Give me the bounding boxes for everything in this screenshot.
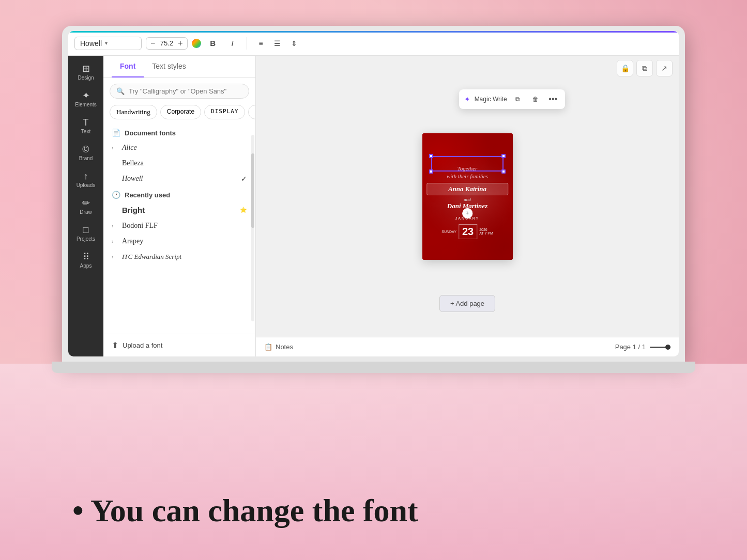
sidebar-label-uploads: Uploads bbox=[77, 182, 96, 188]
zoom-control bbox=[650, 347, 670, 348]
search-icon: 🔍 bbox=[116, 87, 125, 95]
font-item-bright[interactable]: Bright ⭐ bbox=[103, 202, 255, 218]
font-size-control: − 75.2 + bbox=[146, 37, 188, 50]
align-list-button[interactable]: ☰ bbox=[270, 36, 285, 51]
notes-label: Notes bbox=[276, 343, 293, 351]
chip-display[interactable]: DISPLAY bbox=[204, 105, 245, 119]
share-button[interactable]: ↗ bbox=[656, 60, 673, 76]
laptop-body: Howell ▾ − 75.2 + B I bbox=[62, 26, 685, 362]
upload-font-button[interactable]: ⬆ Upload a font bbox=[103, 334, 255, 356]
handle-top-right[interactable] bbox=[501, 154, 506, 158]
font-item-belleza[interactable]: Belleza bbox=[103, 155, 255, 171]
tab-text-styles[interactable]: Text styles bbox=[144, 56, 194, 77]
clock-icon: 🕐 bbox=[112, 191, 120, 199]
font-name-arapey: Arapey bbox=[122, 237, 247, 245]
card-and: and bbox=[426, 197, 508, 202]
add-page-button[interactable]: + Add page bbox=[439, 295, 495, 312]
top-toolbar: Howell ▾ − 75.2 + B I bbox=[68, 31, 679, 56]
card-day: SUNDAY bbox=[441, 230, 456, 234]
font-filter-chips: Handwriting Corporate DISPLAY › bbox=[103, 105, 255, 125]
canvas-main: ✦ Magic Write ⧉ 🗑 ••• bbox=[256, 56, 679, 337]
app-ui: Howell ▾ − 75.2 + B I bbox=[68, 31, 679, 356]
card-bride-name-box: Anna Katrina bbox=[426, 183, 508, 195]
font-name-bright: Bright bbox=[122, 206, 236, 214]
page-indicator: Page 1 / 1 bbox=[615, 343, 646, 351]
copy-menu-button[interactable]: ⧉ bbox=[511, 92, 525, 106]
elements-icon: ✦ bbox=[82, 91, 90, 100]
copy-button[interactable]: ⧉ bbox=[636, 60, 653, 76]
align-spacing-button[interactable]: ⇕ bbox=[286, 36, 302, 51]
card-time: AT 7 PM bbox=[479, 231, 493, 235]
font-size-increase-button[interactable]: + bbox=[177, 39, 184, 48]
font-item-itc[interactable]: › ITC Edwardian Script bbox=[103, 249, 255, 265]
sidebar-label-design: Design bbox=[78, 75, 94, 81]
document-fonts-header: 📄 Document fonts bbox=[103, 125, 255, 140]
sidebar-item-projects[interactable]: □ Projects bbox=[71, 221, 101, 246]
font-list: 📄 Document fonts › Alice B bbox=[103, 125, 255, 332]
bottom-bar: 📋 Notes Page 1 / 1 bbox=[256, 337, 679, 356]
document-fonts-label: Document fonts bbox=[125, 129, 176, 137]
canva-top-accent bbox=[68, 31, 679, 33]
font-item-bodoni[interactable]: › Bodoni FLF bbox=[103, 218, 255, 234]
sidebar-item-brand[interactable]: © Brand bbox=[71, 141, 101, 165]
laptop-base bbox=[52, 362, 695, 373]
more-menu-button[interactable]: ••• bbox=[546, 92, 560, 106]
uploads-icon: ↑ bbox=[84, 172, 88, 181]
sidebar-item-apps[interactable]: ⠿ Apps bbox=[71, 248, 101, 273]
sidebar-label-draw: Draw bbox=[80, 209, 92, 215]
bottom-bullet-text: • You can change the font bbox=[72, 492, 418, 529]
design-card[interactable]: Togetherwith their families Anna Katrina… bbox=[422, 133, 513, 260]
toolbar-divider bbox=[247, 37, 247, 50]
card-title-text: Togetherwith their families bbox=[426, 165, 508, 181]
design-icon: ⊞ bbox=[82, 64, 90, 73]
font-name-belleza: Belleza bbox=[122, 159, 247, 167]
chip-corporate[interactable]: Corporate bbox=[160, 105, 201, 119]
handle-top-left[interactable] bbox=[429, 154, 433, 158]
font-selector[interactable]: Howell ▾ bbox=[74, 37, 142, 50]
zoom-dot bbox=[665, 345, 670, 350]
sidebar-item-text[interactable]: T Text bbox=[71, 114, 101, 138]
font-item-alice[interactable]: › Alice bbox=[103, 140, 255, 155]
font-panel: Font Text styles 🔍 Handwriting Corporate bbox=[103, 56, 256, 356]
font-name-alice: Alice bbox=[122, 144, 247, 152]
sidebar-item-draw[interactable]: ✏ Draw bbox=[71, 194, 101, 219]
magic-write-label[interactable]: Magic Write bbox=[475, 96, 507, 103]
font-name-itc: ITC Edwardian Script bbox=[122, 253, 247, 261]
sidebar-item-uploads[interactable]: ↑ Uploads bbox=[71, 167, 101, 192]
chip-more[interactable]: › bbox=[248, 105, 255, 119]
color-picker-button[interactable] bbox=[192, 39, 201, 48]
laptop-screen-bezel: Howell ▾ − 75.2 + B I bbox=[68, 31, 679, 356]
chip-handwriting[interactable]: Handwriting bbox=[110, 105, 157, 119]
card-text-overlay: Togetherwith their families Anna Katrina… bbox=[426, 165, 508, 239]
notes-button[interactable]: 📋 Notes bbox=[264, 343, 293, 351]
brand-icon: © bbox=[82, 145, 89, 154]
scrollbar-thumb[interactable] bbox=[251, 153, 254, 228]
sidebar-item-elements[interactable]: ✦ Elements bbox=[71, 87, 101, 112]
search-input[interactable] bbox=[129, 87, 242, 95]
tab-font[interactable]: Font bbox=[112, 56, 144, 77]
check-icon-howell: ✓ bbox=[241, 175, 247, 183]
font-item-howell[interactable]: Howell ✓ bbox=[103, 171, 255, 186]
expand-arrow-itc: › bbox=[112, 254, 118, 260]
font-item-arapey[interactable]: › Arapey bbox=[103, 234, 255, 249]
card-year: 2026 bbox=[479, 228, 493, 231]
font-panel-tabs: Font Text styles bbox=[103, 56, 255, 77]
align-left-button[interactable]: ≡ bbox=[253, 36, 269, 51]
sidebar-item-design[interactable]: ⊞ Design bbox=[71, 60, 101, 85]
card-bride-name: Anna Katrina bbox=[431, 185, 504, 193]
bold-button[interactable]: B bbox=[205, 36, 221, 51]
transform-handle[interactable]: + bbox=[462, 208, 472, 219]
recently-used-header: 🕐 Recently used bbox=[103, 186, 255, 202]
sidebar-label-text: Text bbox=[81, 129, 90, 134]
trash-menu-button[interactable]: 🗑 bbox=[529, 92, 542, 106]
sidebar-label-projects: Projects bbox=[77, 236, 95, 242]
scrollbar-track bbox=[251, 135, 254, 321]
expand-arrow-arapey: › bbox=[112, 239, 118, 244]
italic-button[interactable]: I bbox=[225, 36, 240, 51]
text-icon: T bbox=[83, 118, 89, 127]
font-size-decrease-button[interactable]: − bbox=[149, 39, 156, 48]
zoom-slider[interactable] bbox=[650, 347, 670, 348]
card-date-num: 23 bbox=[459, 224, 477, 239]
apps-icon: ⠿ bbox=[83, 252, 89, 261]
lock-button[interactable]: 🔒 bbox=[617, 60, 633, 76]
